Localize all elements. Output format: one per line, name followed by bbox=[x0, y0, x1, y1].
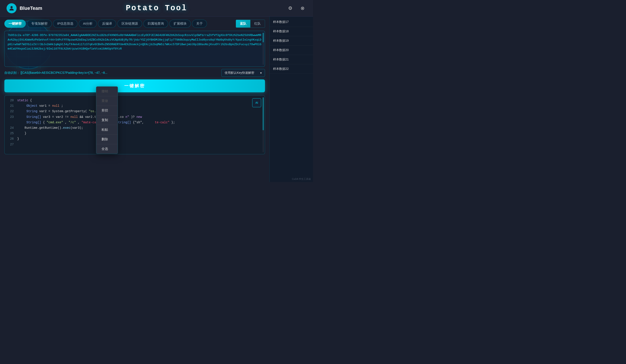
tab-extend[interactable]: 扩展模块 bbox=[169, 20, 191, 28]
auto-detect-value: [[CAS(Base64+AES\CBC\PKCS7Padding<key:iv… bbox=[21, 71, 107, 74]
line-num: 23 bbox=[8, 114, 14, 120]
code-line-24: 24 Runtime.getRuntime().exec(var3); bbox=[8, 125, 262, 131]
sidebar-item-18[interactable]: 样本数据18 bbox=[270, 27, 313, 36]
title-bar: BlueTeam Potato Tool ⚙ ⊗ bbox=[0, 0, 313, 17]
decrypt-button[interactable]: 一键解密 bbox=[4, 79, 265, 92]
code-line-20: 20 static { bbox=[8, 98, 262, 103]
code-line-26: 26 } bbox=[8, 136, 262, 142]
auto-detect-text: 自动识别： [[CAS(Base64+AES\CBC\PKCS7Padding<… bbox=[4, 71, 219, 75]
context-redo[interactable]: 重做 bbox=[96, 96, 118, 106]
line-num: 27 bbox=[8, 142, 14, 147]
tab-special[interactable]: 专项加解密 bbox=[27, 20, 52, 28]
tab-blockchain[interactable]: 区块链溯源 bbox=[117, 20, 142, 28]
tab-geo[interactable]: 归属地查询 bbox=[143, 20, 168, 28]
code-line-21: 21 Object var1 = null ; bbox=[8, 103, 262, 109]
auto-detect-bar: 自动识别： [[CAS(Base64+AES\CBC\PKCS7Padding<… bbox=[4, 69, 265, 77]
line-num bbox=[8, 120, 14, 125]
input-scrollbar-thumb bbox=[263, 33, 264, 42]
blue-team-button[interactable]: 蓝队 bbox=[236, 20, 250, 28]
tab-about[interactable]: 关于 bbox=[192, 20, 207, 28]
code-scrollbar-thumb bbox=[263, 97, 264, 130]
line-num: 25 bbox=[8, 131, 14, 136]
context-menu: 撤销 重做 剪切 复制 粘贴 删除 全选 bbox=[96, 86, 118, 154]
app-title: Potato Tool bbox=[126, 4, 187, 13]
input-scrollbar[interactable] bbox=[263, 33, 264, 65]
code-line-23: 23 String[] var3 = var2 != null && var2.… bbox=[8, 114, 262, 120]
code-area[interactable]: 20 static { 21 Object var1 = null ; bbox=[4, 95, 265, 154]
line-num: 24 bbox=[8, 125, 14, 131]
detect-select[interactable]: 使用默认Key快速解密 ▾ bbox=[221, 69, 265, 77]
sidebar-item-22[interactable]: 样本数据22 bbox=[270, 64, 313, 74]
line-num: 21 bbox=[8, 103, 14, 109]
red-team-button[interactable]: 红队 bbox=[250, 20, 265, 28]
code-scrollbar[interactable] bbox=[263, 97, 264, 152]
line-num: 22 bbox=[8, 109, 14, 114]
app-name: BlueTeam bbox=[20, 5, 42, 11]
tab-ip[interactable]: IP信息筛选 bbox=[53, 20, 78, 28]
team-switch: 蓝队 红队 bbox=[236, 20, 265, 28]
auto-detect-label: 自动识别： bbox=[4, 71, 20, 74]
context-cut[interactable]: 剪切 bbox=[96, 106, 118, 115]
tab-decompile[interactable]: 反编译 bbox=[98, 20, 116, 28]
context-delete[interactable]: 删除 bbox=[96, 135, 118, 144]
context-select-all[interactable]: 全选 bbox=[96, 144, 118, 154]
code-line-22: 22 String var2 = System.getProperty( "os… bbox=[8, 109, 262, 114]
sidebar-item-17[interactable]: 样本数据17 bbox=[270, 17, 313, 27]
tab-one-click[interactable]: 一键解密 bbox=[4, 20, 26, 28]
nav-bar: 一键解密 专项加解密 IP信息筛选 AI分析 反编译 区块链溯源 归属地查询 扩… bbox=[4, 20, 265, 28]
detect-select-label: 使用默认Key快速解密 bbox=[225, 71, 254, 75]
avatar bbox=[6, 3, 17, 13]
sidebar-item-20[interactable]: 样本数据20 bbox=[270, 46, 313, 55]
detect-select-chevron: ▾ bbox=[260, 71, 262, 75]
context-paste[interactable]: 粘贴 bbox=[96, 125, 118, 135]
settings-button[interactable]: ⚙ bbox=[286, 4, 294, 12]
close-button[interactable]: ⊗ bbox=[299, 4, 307, 12]
left-area: 一键解密 专项加解密 IP信息筛选 AI分析 反编译 区块链溯源 归属地查询 扩… bbox=[0, 17, 269, 182]
code-line-23b: String[] { "cmd.exe" , "/c" , "mate-calc… bbox=[8, 120, 262, 125]
code-line-27: 27 bbox=[8, 142, 262, 147]
title-bar-left: BlueTeam bbox=[6, 3, 42, 13]
main-content: 一键解密 专项加解密 IP信息筛选 AI分析 反编译 区块链溯源 归属地查询 扩… bbox=[0, 17, 313, 182]
line-num: 26 bbox=[8, 136, 14, 142]
title-bar-right: ⚙ ⊗ bbox=[286, 4, 307, 12]
ai-button[interactable]: AI bbox=[252, 98, 261, 107]
tab-ai[interactable]: AI分析 bbox=[79, 20, 97, 28]
title-bar-center: Potato Tool bbox=[126, 4, 187, 13]
svg-point-0 bbox=[10, 6, 13, 8]
input-area[interactable]: 7b951c2a-e78f-4286-95fe-970782352a84_AAA… bbox=[4, 31, 265, 67]
right-sidebar: 样本数据17 样本数据18 样本数据19 样本数据20 样本数据21 样本数据2… bbox=[269, 17, 313, 182]
code-line-25: 25 } bbox=[8, 131, 262, 136]
context-copy[interactable]: 复制 bbox=[96, 115, 118, 125]
watermark: CuDA 学生工具箱 bbox=[292, 178, 311, 181]
context-undo[interactable]: 撤销 bbox=[96, 87, 118, 96]
sidebar-item-19[interactable]: 样本数据19 bbox=[270, 36, 313, 46]
input-text: 7b951c2a-e78f-4286-95fe-970782352a84_AAA… bbox=[8, 33, 262, 51]
sidebar-item-21[interactable]: 样本数据21 bbox=[270, 55, 313, 64]
line-num: 20 bbox=[8, 98, 14, 103]
